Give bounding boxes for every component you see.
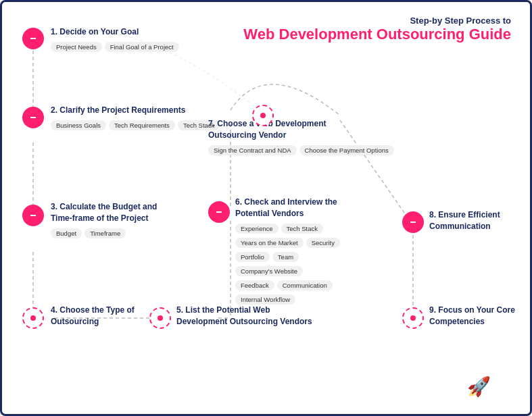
step8-circle bbox=[402, 211, 424, 233]
step6-title: 6. Check and Interview thePotential Vend… bbox=[235, 197, 341, 219]
tag-team: Team bbox=[272, 252, 299, 262]
step4-block: 4. Choose the Type ofOutsourcing bbox=[51, 305, 135, 330]
step6-tags-row1: Experience Tech Stack bbox=[235, 222, 341, 235]
tag-timeframe: Timeframe bbox=[84, 228, 126, 238]
step2-tags: Business Goals Tech Requirements Tech St… bbox=[51, 119, 221, 132]
step1-tags: Project Needs Final Goal of a Project bbox=[51, 41, 180, 53]
step7-circle bbox=[252, 105, 274, 126]
step7-tags: Sign the Contract and NDA Choose the Pay… bbox=[208, 144, 395, 157]
tag-sign-contract: Sign the Contract and NDA bbox=[208, 145, 297, 155]
step3-circle bbox=[22, 205, 44, 226]
main-container: Step-by Step Process to Web Development … bbox=[0, 0, 532, 416]
step4-title: 4. Choose the Type ofOutsourcing bbox=[51, 305, 135, 328]
tag-tech-stack2: Tech Stack bbox=[281, 224, 323, 234]
tag-experience: Experience bbox=[235, 224, 279, 234]
svg-point-15 bbox=[260, 113, 266, 118]
step2-block: 2. Clarify the Project Requirements Busi… bbox=[51, 105, 221, 132]
tag-payment-options: Choose the Payment Options bbox=[299, 145, 394, 155]
tag-internal-workflow: Internal Workflow bbox=[235, 294, 295, 305]
tag-final-goal: Final Goal of a Project bbox=[105, 42, 179, 52]
step2-circle bbox=[22, 107, 44, 128]
step2-title: 2. Clarify the Project Requirements bbox=[51, 105, 221, 116]
step6-tags-row3: Portfolio Team bbox=[235, 251, 341, 263]
step1-title: 1. Decide on Your Goal bbox=[51, 26, 180, 38]
step5-circle bbox=[149, 307, 171, 329]
step5-title: 5. List the Potential WebDevelopment Out… bbox=[176, 305, 312, 328]
svg-point-13 bbox=[158, 315, 163, 321]
svg-point-17 bbox=[410, 315, 416, 321]
tag-budget: Budget bbox=[51, 228, 82, 238]
step8-title: 8. Ensure EfficientCommunication bbox=[429, 209, 500, 232]
step6-tags-row4: Company's Website bbox=[235, 265, 341, 278]
step3-title: 3. Calculate the Budget andTime-frame of… bbox=[51, 201, 157, 224]
step9-title: 9. Focus on Your CoreCompetencies bbox=[429, 305, 515, 328]
step1-circle bbox=[22, 28, 44, 49]
rocket-icon: 🚀 bbox=[467, 375, 491, 398]
title-subtitle: Step-by Step Process to bbox=[243, 16, 511, 26]
step4-circle bbox=[22, 307, 44, 329]
step6-tags-row2: Years on the Market Security bbox=[235, 236, 341, 249]
step1-block: 1. Decide on Your Goal Project Needs Fin… bbox=[51, 26, 180, 53]
step6-tags-row5: Feedback Communication bbox=[235, 279, 341, 292]
tag-business-goals: Business Goals bbox=[51, 120, 106, 130]
step6-circle bbox=[208, 201, 230, 223]
svg-point-12 bbox=[30, 315, 36, 321]
step9-block: 9. Focus on Your CoreCompetencies bbox=[429, 305, 515, 330]
step6-tags-row6: Internal Workflow bbox=[235, 293, 341, 306]
step6-block: 6. Check and Interview thePotential Vend… bbox=[235, 197, 341, 306]
title-area: Step-by Step Process to Web Development … bbox=[243, 16, 511, 43]
tag-security: Security bbox=[306, 238, 340, 248]
step7-title: 7. Choose a Web DevelopmentOutsourcing V… bbox=[208, 118, 395, 141]
tag-company-website: Company's Website bbox=[235, 266, 303, 276]
title-main: Web Development Outsourcing Guide bbox=[243, 26, 511, 43]
tag-feedback: Feedback bbox=[235, 280, 274, 290]
step5-block: 5. List the Potential WebDevelopment Out… bbox=[176, 305, 312, 330]
tag-portfolio: Portfolio bbox=[235, 252, 270, 262]
step3-tags: Budget Timeframe bbox=[51, 227, 157, 240]
step8-block: 8. Ensure EfficientCommunication bbox=[429, 209, 500, 235]
tag-tech-req: Tech Requirements bbox=[109, 120, 175, 130]
step7-block: 7. Choose a Web DevelopmentOutsourcing V… bbox=[208, 118, 395, 157]
step3-block: 3. Calculate the Budget andTime-frame of… bbox=[51, 201, 157, 240]
tag-years: Years on the Market bbox=[235, 238, 304, 248]
tag-project-needs: Project Needs bbox=[51, 42, 102, 52]
tag-communication: Communication bbox=[277, 280, 333, 290]
step9-circle bbox=[402, 307, 424, 329]
